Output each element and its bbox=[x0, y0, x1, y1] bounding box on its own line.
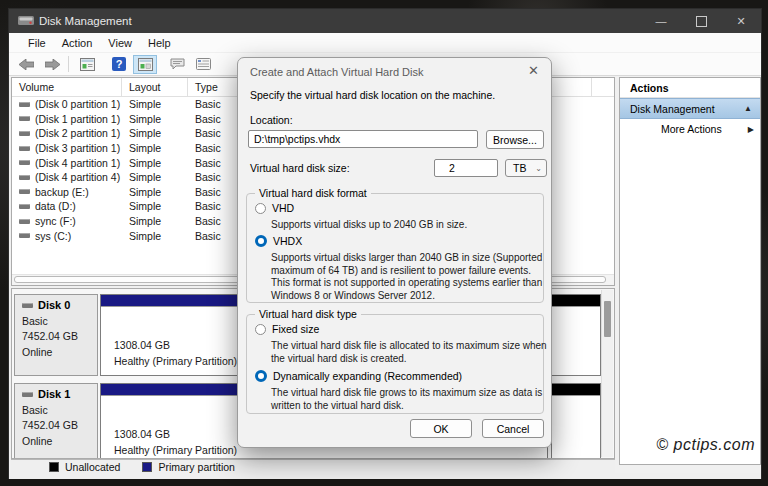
action-pane-button[interactable] bbox=[165, 55, 189, 74]
column-header-layout[interactable]: Layout bbox=[122, 78, 188, 96]
column-header-volume[interactable]: Volume bbox=[12, 78, 122, 96]
volume-name: sys (C:) bbox=[35, 230, 71, 242]
radio-button[interactable] bbox=[255, 203, 266, 214]
volume-name: (Disk 1 partition 1) bbox=[35, 113, 120, 125]
size-label: Virtual hard disk size: bbox=[250, 162, 350, 174]
volume-layout: Simple bbox=[122, 186, 188, 198]
back-button[interactable] bbox=[14, 55, 38, 74]
volume-layout: Simple bbox=[122, 157, 188, 169]
actions-item-disk-management[interactable]: Disk Management ▲ bbox=[620, 98, 760, 119]
close-button[interactable]: ✕ bbox=[721, 9, 761, 33]
volume-icon bbox=[19, 189, 30, 194]
actions-panel: Actions Disk Management ▲ More Actions ▶… bbox=[619, 77, 761, 465]
minimize-button[interactable]: — bbox=[641, 9, 681, 33]
type-group-label: Virtual hard disk type bbox=[255, 308, 361, 320]
properties-icon bbox=[196, 58, 211, 70]
volume-name: (Disk 0 partition 1) bbox=[35, 98, 120, 110]
format-groupbox: Virtual hard disk format VHD Supports vi… bbox=[246, 193, 544, 303]
app-icon bbox=[18, 15, 34, 27]
radio-button[interactable] bbox=[255, 324, 266, 335]
volume-layout: Simple bbox=[122, 200, 188, 212]
vhdx-description: Supports virtual disks larger than 2040 … bbox=[271, 252, 549, 302]
help-icon: ? bbox=[112, 57, 126, 71]
maximize-icon bbox=[696, 16, 707, 27]
vertical-scrollbar[interactable] bbox=[601, 290, 613, 457]
size-unit-dropdown[interactable]: TB ⌄ bbox=[505, 159, 547, 177]
volume-layout: Simple bbox=[122, 171, 188, 183]
location-label: Location: bbox=[250, 114, 293, 126]
radio-vhd[interactable]: VHD bbox=[255, 202, 294, 214]
title-bar[interactable]: Disk Management — ✕ bbox=[9, 9, 761, 33]
partition-health: Healthy (Primary Partition) bbox=[114, 442, 237, 458]
toolbar-separator bbox=[68, 56, 69, 72]
forward-button[interactable] bbox=[40, 55, 64, 74]
properties-button[interactable] bbox=[191, 55, 215, 74]
forward-icon bbox=[45, 59, 60, 70]
radio-label: VHDX bbox=[273, 235, 302, 247]
create-vhd-dialog: Create and Attach Virtual Hard Disk ✕ Sp… bbox=[237, 57, 552, 448]
primary-partition-swatch bbox=[142, 462, 152, 472]
console-tree-icon bbox=[80, 58, 95, 71]
disk-name: Disk 0 bbox=[38, 299, 70, 311]
ok-button[interactable]: OK bbox=[410, 419, 472, 438]
browse-button[interactable]: Browse... bbox=[486, 130, 544, 149]
disk-view-icon bbox=[138, 58, 153, 71]
radio-button[interactable] bbox=[255, 370, 267, 382]
disk-status: Online bbox=[22, 346, 97, 358]
volume-icon bbox=[19, 131, 30, 136]
dialog-intro: Specify the virtual hard disk location o… bbox=[250, 89, 495, 101]
radio-label: VHD bbox=[272, 202, 294, 214]
unallocated-band bbox=[552, 295, 600, 306]
disk-size: 7452.04 GB bbox=[22, 330, 97, 342]
disk-kind: Basic bbox=[22, 404, 97, 416]
radio-vhdx[interactable]: VHDX bbox=[255, 235, 302, 247]
collapse-arrow-icon[interactable]: ▲ bbox=[744, 104, 752, 113]
help-button[interactable]: ? bbox=[107, 55, 131, 74]
vhd-description: Supports virtual disks up to 2040 GB in … bbox=[271, 219, 545, 232]
console-tree-button[interactable] bbox=[75, 55, 99, 74]
disk1-unallocated-partition[interactable] bbox=[551, 383, 601, 459]
maximize-button[interactable] bbox=[681, 9, 721, 33]
partition-health: Healthy (Primary Partition) bbox=[114, 353, 237, 369]
size-input[interactable] bbox=[434, 159, 498, 177]
more-actions-label: More Actions bbox=[661, 123, 722, 135]
volume-icon bbox=[19, 175, 30, 180]
disk0-header[interactable]: Disk 0 Basic 7452.04 GB Online bbox=[14, 294, 98, 376]
column-header-extra-2[interactable] bbox=[592, 78, 614, 96]
menu-item-help[interactable]: Help bbox=[140, 37, 179, 49]
radio-dynamically-expanding[interactable]: Dynamically expanding (Recommended) bbox=[255, 370, 462, 382]
unallocated-label: Unallocated bbox=[65, 461, 120, 473]
radio-fixed-size[interactable]: Fixed size bbox=[255, 323, 319, 335]
type-groupbox: Virtual hard disk type Fixed size The vi… bbox=[246, 314, 544, 414]
volume-icon bbox=[19, 146, 30, 151]
radio-button[interactable] bbox=[255, 235, 267, 247]
partition-info: 1308.04 GB Healthy (Primary Partition) bbox=[114, 426, 237, 458]
disk1-header[interactable]: Disk 1 Basic 7452.04 GB Online bbox=[14, 383, 98, 459]
size-unit-value: TB bbox=[513, 162, 526, 174]
partition-size: 1308.04 GB bbox=[114, 426, 237, 442]
back-icon bbox=[19, 59, 34, 70]
dialog-close-button[interactable]: ✕ bbox=[528, 64, 539, 78]
volume-icon bbox=[19, 116, 30, 121]
fixed-size-description: The virtual hard disk file is allocated … bbox=[271, 340, 549, 365]
volume-name: (Disk 4 partition 4) bbox=[35, 171, 120, 183]
actions-item-more-actions[interactable]: More Actions ▶ bbox=[620, 119, 760, 139]
cancel-button[interactable]: Cancel bbox=[482, 419, 544, 438]
menu-item-file[interactable]: File bbox=[20, 37, 54, 49]
menu-item-view[interactable]: View bbox=[100, 37, 140, 49]
volume-name: (Disk 4 partition 1) bbox=[35, 157, 120, 169]
format-group-label: Virtual hard disk format bbox=[255, 187, 371, 199]
window-title: Disk Management bbox=[39, 15, 132, 27]
vertical-scrollbar-thumb[interactable] bbox=[604, 301, 611, 337]
disk-name: Disk 1 bbox=[38, 388, 70, 400]
partition-size: 1308.04 GB bbox=[114, 337, 237, 353]
primary-partition-label: Primary partition bbox=[158, 461, 234, 473]
partition-body bbox=[552, 306, 600, 375]
volume-name: (Disk 3 partition 1) bbox=[35, 142, 120, 154]
menu-item-action[interactable]: Action bbox=[54, 37, 101, 49]
watermark: © pctips.com bbox=[656, 436, 755, 454]
submenu-arrow-icon: ▶ bbox=[748, 125, 754, 134]
disk0-unallocated-partition[interactable] bbox=[551, 294, 601, 376]
disk-view-button[interactable] bbox=[133, 55, 157, 74]
location-input[interactable] bbox=[248, 130, 478, 148]
